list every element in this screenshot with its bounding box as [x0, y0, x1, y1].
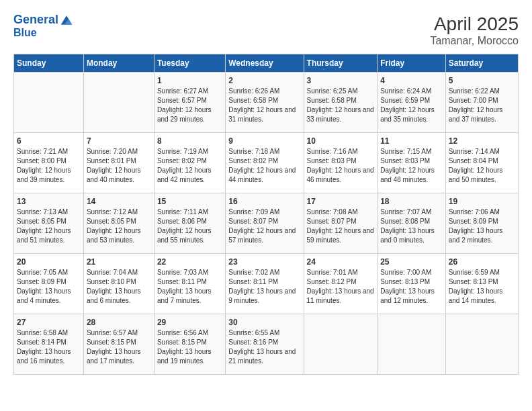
page-header: General Blue April 2025 Tamanar, Morocco	[13, 13, 519, 47]
day-info: Sunrise: 6:24 AMSunset: 6:59 PMDaylight:…	[380, 87, 443, 124]
calendar-cell	[304, 314, 378, 375]
day-number: 9	[228, 136, 300, 147]
day-number: 7	[87, 136, 151, 147]
calendar-title: April 2025	[430, 13, 519, 35]
day-info: Sunrise: 7:07 AMSunset: 8:08 PMDaylight:…	[380, 208, 443, 245]
day-number: 2	[228, 75, 300, 87]
day-number: 13	[17, 196, 81, 208]
calendar-week-row: 20Sunrise: 7:05 AMSunset: 8:09 PMDayligh…	[14, 254, 519, 314]
day-number: 8	[157, 136, 222, 147]
day-number: 16	[228, 196, 300, 208]
calendar-cell: 30Sunrise: 6:55 AMSunset: 8:16 PMDayligh…	[226, 314, 304, 375]
day-info: Sunrise: 7:11 AMSunset: 8:06 PMDaylight:…	[157, 208, 222, 245]
calendar-cell: 7Sunrise: 7:20 AMSunset: 8:01 PMDaylight…	[83, 133, 154, 193]
calendar-cell: 13Sunrise: 7:13 AMSunset: 8:05 PMDayligh…	[14, 193, 84, 254]
calendar-cell: 27Sunrise: 6:58 AMSunset: 8:14 PMDayligh…	[14, 314, 84, 375]
calendar-cell: 15Sunrise: 7:11 AMSunset: 8:06 PMDayligh…	[154, 193, 225, 254]
calendar-cell: 12Sunrise: 7:14 AMSunset: 8:04 PMDayligh…	[445, 133, 518, 193]
calendar-cell	[83, 73, 154, 133]
weekday-header: Thursday	[304, 54, 378, 73]
day-info: Sunrise: 7:21 AMSunset: 8:00 PMDaylight:…	[17, 147, 81, 185]
weekday-header: Tuesday	[154, 54, 225, 73]
calendar-cell: 19Sunrise: 7:06 AMSunset: 8:09 PMDayligh…	[445, 193, 518, 254]
day-number: 21	[87, 257, 151, 268]
calendar-cell: 21Sunrise: 7:04 AMSunset: 8:10 PMDayligh…	[83, 254, 154, 314]
day-number: 12	[449, 136, 515, 147]
day-info: Sunrise: 6:57 AMSunset: 8:15 PMDaylight:…	[87, 328, 151, 366]
day-number: 23	[228, 257, 300, 268]
calendar-cell: 10Sunrise: 7:16 AMSunset: 8:03 PMDayligh…	[304, 133, 378, 193]
day-number: 18	[380, 196, 443, 208]
calendar-cell: 4Sunrise: 6:24 AMSunset: 6:59 PMDaylight…	[378, 73, 446, 133]
day-info: Sunrise: 7:20 AMSunset: 8:01 PMDaylight:…	[87, 147, 151, 185]
day-info: Sunrise: 7:00 AMSunset: 8:13 PMDaylight:…	[380, 268, 443, 306]
day-info: Sunrise: 6:58 AMSunset: 8:14 PMDaylight:…	[17, 328, 81, 366]
day-info: Sunrise: 7:08 AMSunset: 8:07 PMDaylight:…	[307, 208, 375, 245]
day-number: 20	[17, 257, 81, 268]
calendar-cell: 2Sunrise: 6:26 AMSunset: 6:58 PMDaylight…	[226, 73, 304, 133]
calendar-cell: 29Sunrise: 6:56 AMSunset: 8:15 PMDayligh…	[154, 314, 225, 375]
day-info: Sunrise: 6:56 AMSunset: 8:15 PMDaylight:…	[157, 328, 222, 366]
day-number: 5	[449, 75, 515, 87]
weekday-header: Wednesday	[226, 54, 304, 73]
day-number: 15	[157, 196, 222, 208]
calendar-cell: 6Sunrise: 7:21 AMSunset: 8:00 PMDaylight…	[14, 133, 84, 193]
calendar-cell: 26Sunrise: 6:59 AMSunset: 8:13 PMDayligh…	[445, 254, 518, 314]
day-number: 22	[157, 257, 222, 268]
day-info: Sunrise: 7:01 AMSunset: 8:12 PMDaylight:…	[307, 268, 375, 306]
day-number: 6	[17, 136, 81, 147]
calendar-cell: 1Sunrise: 6:27 AMSunset: 6:57 PMDaylight…	[154, 73, 225, 133]
day-number: 25	[380, 257, 443, 268]
weekday-header: Monday	[83, 54, 154, 73]
calendar-cell: 17Sunrise: 7:08 AMSunset: 8:07 PMDayligh…	[304, 193, 378, 254]
day-number: 19	[449, 196, 515, 208]
day-number: 26	[449, 257, 515, 268]
day-number: 1	[157, 75, 222, 87]
calendar-cell: 22Sunrise: 7:03 AMSunset: 8:11 PMDayligh…	[154, 254, 225, 314]
day-number: 11	[380, 136, 443, 147]
logo-text-blue: Blue	[13, 27, 73, 39]
title-block: April 2025 Tamanar, Morocco	[430, 13, 519, 47]
day-info: Sunrise: 7:19 AMSunset: 8:02 PMDaylight:…	[157, 147, 222, 185]
day-number: 10	[307, 136, 375, 147]
day-info: Sunrise: 6:26 AMSunset: 6:58 PMDaylight:…	[228, 87, 300, 124]
day-number: 17	[307, 196, 375, 208]
day-info: Sunrise: 6:22 AMSunset: 7:00 PMDaylight:…	[449, 87, 515, 124]
weekday-header: Saturday	[445, 54, 518, 73]
calendar-week-row: 1Sunrise: 6:27 AMSunset: 6:57 PMDaylight…	[14, 73, 519, 133]
calendar-cell: 18Sunrise: 7:07 AMSunset: 8:08 PMDayligh…	[378, 193, 446, 254]
day-info: Sunrise: 7:05 AMSunset: 8:09 PMDaylight:…	[17, 268, 81, 306]
calendar-cell: 16Sunrise: 7:09 AMSunset: 8:07 PMDayligh…	[226, 193, 304, 254]
logo-icon	[60, 13, 73, 27]
day-info: Sunrise: 7:15 AMSunset: 8:03 PMDaylight:…	[380, 147, 443, 185]
day-info: Sunrise: 7:04 AMSunset: 8:10 PMDaylight:…	[87, 268, 151, 306]
day-info: Sunrise: 6:55 AMSunset: 8:16 PMDaylight:…	[228, 328, 300, 366]
day-info: Sunrise: 6:25 AMSunset: 6:58 PMDaylight:…	[307, 87, 375, 124]
calendar-header-row: SundayMondayTuesdayWednesdayThursdayFrid…	[14, 54, 519, 73]
calendar-week-row: 27Sunrise: 6:58 AMSunset: 8:14 PMDayligh…	[14, 314, 519, 375]
day-number: 30	[228, 317, 300, 328]
day-number: 3	[307, 75, 375, 87]
calendar-table: SundayMondayTuesdayWednesdayThursdayFrid…	[13, 54, 519, 375]
calendar-cell: 3Sunrise: 6:25 AMSunset: 6:58 PMDaylight…	[304, 73, 378, 133]
calendar-cell: 14Sunrise: 7:12 AMSunset: 8:05 PMDayligh…	[83, 193, 154, 254]
calendar-cell: 23Sunrise: 7:02 AMSunset: 8:11 PMDayligh…	[226, 254, 304, 314]
calendar-cell: 20Sunrise: 7:05 AMSunset: 8:09 PMDayligh…	[14, 254, 84, 314]
logo: General Blue	[13, 13, 73, 39]
day-info: Sunrise: 7:16 AMSunset: 8:03 PMDaylight:…	[307, 147, 375, 185]
calendar-cell: 24Sunrise: 7:01 AMSunset: 8:12 PMDayligh…	[304, 254, 378, 314]
day-number: 14	[87, 196, 151, 208]
day-info: Sunrise: 7:18 AMSunset: 8:02 PMDaylight:…	[228, 147, 300, 185]
calendar-week-row: 13Sunrise: 7:13 AMSunset: 8:05 PMDayligh…	[14, 193, 519, 254]
calendar-cell: 28Sunrise: 6:57 AMSunset: 8:15 PMDayligh…	[83, 314, 154, 375]
day-info: Sunrise: 7:13 AMSunset: 8:05 PMDaylight:…	[17, 208, 81, 245]
day-number: 24	[307, 257, 375, 268]
day-info: Sunrise: 7:12 AMSunset: 8:05 PMDaylight:…	[87, 208, 151, 245]
day-number: 27	[17, 317, 81, 328]
day-info: Sunrise: 6:59 AMSunset: 8:13 PMDaylight:…	[449, 268, 515, 306]
calendar-cell	[445, 314, 518, 375]
calendar-cell: 11Sunrise: 7:15 AMSunset: 8:03 PMDayligh…	[378, 133, 446, 193]
day-info: Sunrise: 7:03 AMSunset: 8:11 PMDaylight:…	[157, 268, 222, 306]
weekday-header: Friday	[378, 54, 446, 73]
calendar-cell: 8Sunrise: 7:19 AMSunset: 8:02 PMDaylight…	[154, 133, 225, 193]
